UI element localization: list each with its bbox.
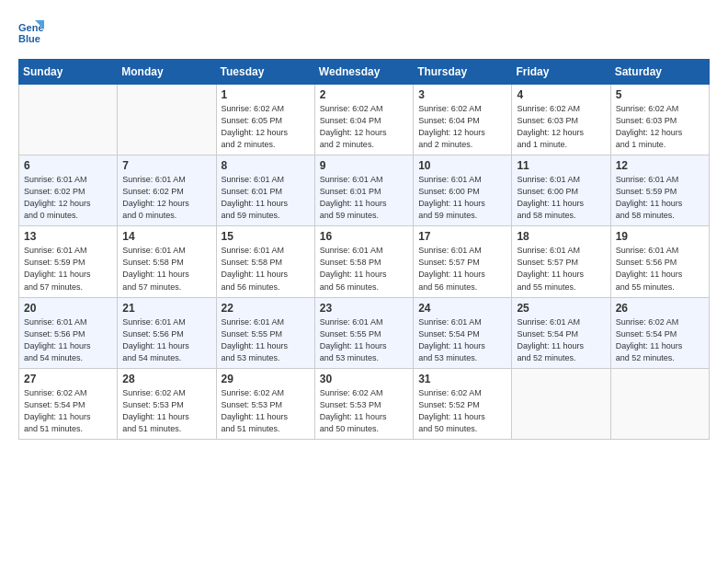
calendar-cell [19,85,118,155]
page: General Blue SundayMondayTuesdayWednesda… [0,0,728,449]
day-number: 19 [616,230,704,243]
calendar-week-row: 6Sunrise: 6:01 AMSunset: 6:02 PMDaylight… [19,155,710,226]
day-number: 20 [24,302,112,315]
calendar-cell: 2Sunrise: 6:02 AMSunset: 6:04 PMDaylight… [314,85,413,155]
day-info: Sunrise: 6:01 AMSunset: 6:01 PMDaylight:… [320,174,408,222]
day-number: 10 [418,159,506,172]
calendar-cell: 29Sunrise: 6:02 AMSunset: 5:53 PMDayligh… [216,368,314,439]
day-info: Sunrise: 6:01 AMSunset: 5:56 PMDaylight:… [24,316,112,364]
day-number: 16 [320,230,408,243]
day-number: 13 [24,230,112,243]
calendar-cell: 1Sunrise: 6:02 AMSunset: 6:05 PMDaylight… [216,85,314,155]
calendar-header-monday: Monday [118,60,216,85]
calendar-cell: 8Sunrise: 6:01 AMSunset: 6:01 PMDaylight… [216,155,314,226]
day-info: Sunrise: 6:01 AMSunset: 5:54 PMDaylight:… [418,316,506,364]
day-number: 29 [222,373,310,385]
calendar-cell: 6Sunrise: 6:01 AMSunset: 6:02 PMDaylight… [19,155,118,226]
calendar-cell: 4Sunrise: 6:02 AMSunset: 6:03 PMDaylight… [512,85,610,155]
calendar-header-thursday: Thursday [414,60,512,85]
calendar-week-row: 27Sunrise: 6:02 AMSunset: 5:54 PMDayligh… [19,368,710,439]
calendar-cell [512,368,610,439]
calendar-header-tuesday: Tuesday [216,60,314,85]
calendar-cell: 26Sunrise: 6:02 AMSunset: 5:54 PMDayligh… [610,297,709,368]
day-number: 26 [616,302,704,315]
day-info: Sunrise: 6:01 AMSunset: 5:57 PMDaylight:… [418,245,506,293]
logo-icon: General Blue [18,18,44,44]
calendar-cell [610,368,709,439]
day-number: 3 [418,88,506,101]
calendar-week-row: 13Sunrise: 6:01 AMSunset: 5:59 PMDayligh… [19,226,710,297]
day-info: Sunrise: 6:01 AMSunset: 6:02 PMDaylight:… [24,174,112,222]
calendar-cell: 12Sunrise: 6:01 AMSunset: 5:59 PMDayligh… [610,155,709,226]
day-info: Sunrise: 6:02 AMSunset: 5:54 PMDaylight:… [24,387,112,435]
calendar-cell: 28Sunrise: 6:02 AMSunset: 5:53 PMDayligh… [118,368,216,439]
day-info: Sunrise: 6:01 AMSunset: 5:55 PMDaylight:… [320,316,408,364]
calendar-cell: 14Sunrise: 6:01 AMSunset: 5:58 PMDayligh… [118,226,216,297]
day-number: 27 [24,373,112,385]
calendar-cell: 9Sunrise: 6:01 AMSunset: 6:01 PMDaylight… [314,155,413,226]
day-info: Sunrise: 6:01 AMSunset: 5:58 PMDaylight:… [320,245,408,293]
day-info: Sunrise: 6:02 AMSunset: 5:53 PMDaylight:… [122,387,210,435]
day-info: Sunrise: 6:01 AMSunset: 5:56 PMDaylight:… [616,245,704,293]
calendar-header-sunday: Sunday [19,60,118,85]
calendar-cell: 16Sunrise: 6:01 AMSunset: 5:58 PMDayligh… [314,226,413,297]
calendar-cell: 20Sunrise: 6:01 AMSunset: 5:56 PMDayligh… [19,297,118,368]
day-number: 21 [122,302,210,315]
day-info: Sunrise: 6:02 AMSunset: 5:53 PMDaylight:… [222,387,310,435]
day-info: Sunrise: 6:01 AMSunset: 5:59 PMDaylight:… [24,245,112,293]
calendar-header-wednesday: Wednesday [314,60,413,85]
day-number: 23 [320,302,408,315]
day-info: Sunrise: 6:01 AMSunset: 5:54 PMDaylight:… [517,316,605,364]
calendar-header-saturday: Saturday [610,60,709,85]
day-info: Sunrise: 6:02 AMSunset: 6:04 PMDaylight:… [320,103,408,151]
day-info: Sunrise: 6:01 AMSunset: 6:01 PMDaylight:… [222,174,310,222]
calendar-cell [118,85,216,155]
day-number: 6 [24,159,112,172]
calendar-table: SundayMondayTuesdayWednesdayThursdayFrid… [18,59,710,440]
calendar-cell: 11Sunrise: 6:01 AMSunset: 6:00 PMDayligh… [512,155,610,226]
day-info: Sunrise: 6:01 AMSunset: 5:55 PMDaylight:… [222,316,310,364]
day-info: Sunrise: 6:02 AMSunset: 5:52 PMDaylight:… [418,387,506,435]
day-info: Sunrise: 6:01 AMSunset: 5:56 PMDaylight:… [122,316,210,364]
calendar-cell: 27Sunrise: 6:02 AMSunset: 5:54 PMDayligh… [19,368,118,439]
day-number: 1 [222,88,310,101]
day-number: 15 [222,230,310,243]
calendar-cell: 17Sunrise: 6:01 AMSunset: 5:57 PMDayligh… [414,226,512,297]
svg-text:Blue: Blue [18,33,40,44]
day-info: Sunrise: 6:02 AMSunset: 6:03 PMDaylight:… [517,103,605,151]
day-number: 12 [616,159,704,172]
calendar-cell: 5Sunrise: 6:02 AMSunset: 6:03 PMDaylight… [610,85,709,155]
day-number: 11 [517,159,605,172]
day-info: Sunrise: 6:02 AMSunset: 6:04 PMDaylight:… [418,103,506,151]
calendar-cell: 24Sunrise: 6:01 AMSunset: 5:54 PMDayligh… [414,297,512,368]
calendar-cell: 25Sunrise: 6:01 AMSunset: 5:54 PMDayligh… [512,297,610,368]
day-info: Sunrise: 6:02 AMSunset: 6:03 PMDaylight:… [616,103,704,151]
calendar-cell: 19Sunrise: 6:01 AMSunset: 5:56 PMDayligh… [610,226,709,297]
day-number: 28 [122,373,210,385]
day-number: 8 [222,159,310,172]
day-info: Sunrise: 6:01 AMSunset: 5:59 PMDaylight:… [616,174,704,222]
day-number: 9 [320,159,408,172]
calendar-header-row: SundayMondayTuesdayWednesdayThursdayFrid… [19,60,710,85]
day-number: 22 [222,302,310,315]
day-number: 25 [517,302,605,315]
calendar-cell: 3Sunrise: 6:02 AMSunset: 6:04 PMDaylight… [414,85,512,155]
calendar-cell: 7Sunrise: 6:01 AMSunset: 6:02 PMDaylight… [118,155,216,226]
day-info: Sunrise: 6:02 AMSunset: 6:05 PMDaylight:… [222,103,310,151]
calendar-week-row: 20Sunrise: 6:01 AMSunset: 5:56 PMDayligh… [19,297,710,368]
calendar-week-row: 1Sunrise: 6:02 AMSunset: 6:05 PMDaylight… [19,85,710,155]
day-info: Sunrise: 6:01 AMSunset: 6:00 PMDaylight:… [517,174,605,222]
calendar-cell: 15Sunrise: 6:01 AMSunset: 5:58 PMDayligh… [216,226,314,297]
day-number: 4 [517,88,605,101]
calendar-cell: 23Sunrise: 6:01 AMSunset: 5:55 PMDayligh… [314,297,413,368]
logo: General Blue [18,18,48,44]
day-number: 30 [320,373,408,385]
day-info: Sunrise: 6:01 AMSunset: 5:57 PMDaylight:… [517,245,605,293]
day-number: 18 [517,230,605,243]
day-number: 7 [122,159,210,172]
calendar-cell: 22Sunrise: 6:01 AMSunset: 5:55 PMDayligh… [216,297,314,368]
calendar-cell: 21Sunrise: 6:01 AMSunset: 5:56 PMDayligh… [118,297,216,368]
day-info: Sunrise: 6:02 AMSunset: 5:54 PMDaylight:… [616,316,704,364]
day-info: Sunrise: 6:01 AMSunset: 5:58 PMDaylight:… [222,245,310,293]
day-number: 2 [320,88,408,101]
